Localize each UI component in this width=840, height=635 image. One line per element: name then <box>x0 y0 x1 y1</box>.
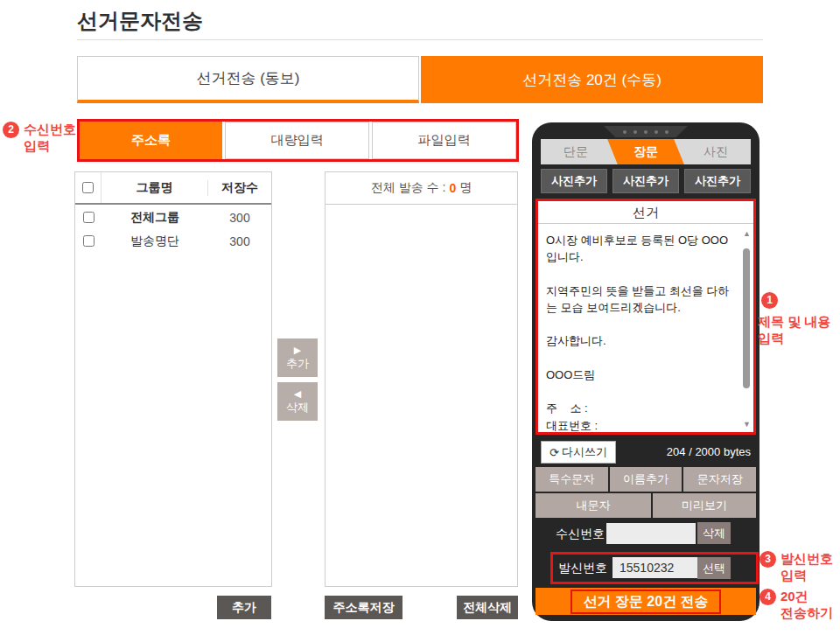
annotation-text: 제목 및 내용 입력 <box>758 314 840 347</box>
message-tools-row-2: 내문자 미리보기 <box>536 493 756 518</box>
annotation-text: 발신번호 입력 <box>780 551 833 584</box>
left-triangle-icon: ◀ <box>294 388 301 401</box>
annotation-step3-sender-number: 3 발신번호 입력 <box>760 551 833 584</box>
saved-count: 300 <box>208 234 271 248</box>
subject-input[interactable]: 선거 <box>538 201 753 224</box>
step-4-badge: 4 <box>760 589 776 605</box>
title-divider <box>77 39 763 40</box>
annotation-step2-receive-number: 2 수신번호 입력 <box>3 122 78 155</box>
refresh-icon: ⟳ <box>550 446 559 459</box>
message-compose-box: 선거 O시장 예비후보로 등록된 O당 OOO입니다. 지역주민의 뜻을 받들고… <box>536 199 756 435</box>
sender-number-label: 발신번호 <box>558 555 607 582</box>
recipient-number-label: 수신번호 <box>556 522 605 545</box>
message-tools-row-1: 특수문자 이름추가 문자저장 <box>536 467 756 492</box>
send-list-panel: 전체 발송 수 : 0 명 <box>325 171 518 587</box>
group-list-panel: 그룹명 저장수 전체그룹 300 발송명단 300 <box>74 171 272 587</box>
tab-manual-send-20[interactable]: 선거전송 20건 (수동) <box>421 56 763 103</box>
sender-number-input[interactable] <box>612 557 698 578</box>
election-sms-page: 선거문자전송 선거전송 (동보) 선거전송 20건 (수동) 2 수신번호 입력… <box>0 0 840 635</box>
tab-file-input[interactable]: 파일입력 <box>372 122 516 159</box>
preview-button[interactable]: 미리보기 <box>653 493 756 518</box>
rewrite-row: ⟳ 다시쓰기 204 / 2000 bytes <box>536 441 756 465</box>
photo-add-button[interactable]: 사진추가 <box>612 169 679 193</box>
annotation-step4-send-20: 4 20건 전송하기 <box>760 589 833 622</box>
col-header-group-name: 그룹명 <box>102 180 208 196</box>
row-checkbox[interactable] <box>83 235 94 247</box>
byte-counter: 204 / 2000 bytes <box>667 445 751 458</box>
annotation-text: 20건 전송하기 <box>780 589 833 622</box>
remove-from-send-list-button[interactable]: ◀ 삭제 <box>277 382 318 421</box>
add-to-send-list-button[interactable]: ▶ 추가 <box>277 338 318 377</box>
transfer-add-label: 추가 <box>286 357 309 371</box>
col-header-saved-count: 저장수 <box>208 180 271 196</box>
right-triangle-icon: ▶ <box>294 345 301 357</box>
annotation-step1-subject-content: 1 제목 및 내용 입력 <box>758 291 840 347</box>
total-send-count: 0 <box>449 181 456 195</box>
row-checkbox[interactable] <box>83 212 94 223</box>
table-row[interactable]: 전체그룹 300 <box>75 206 271 228</box>
step-1-badge: 1 <box>761 292 778 309</box>
phone-preview: 단문 장문 사진 사진추가 사진추가 사진추가 선거 O시장 예비후보로 등록된… <box>532 122 760 621</box>
scroll-down-icon[interactable]: ▼ <box>741 420 752 429</box>
send-button-label: 선거 장문 20건 전송 <box>570 590 720 614</box>
delete-number-button[interactable]: 삭제 <box>697 522 731 544</box>
total-send-label: 전체 발송 수 : <box>371 180 446 196</box>
save-address-book-button[interactable]: 주소록저장 <box>325 596 402 619</box>
photo-add-row: 사진추가 사진추가 사진추가 <box>541 169 751 193</box>
tab-bulk-input[interactable]: 대량입력 <box>225 122 369 159</box>
tab-short-message[interactable]: 단문 <box>541 139 611 164</box>
tab-broadcast-send[interactable]: 선거전송 (동보) <box>77 56 419 103</box>
recipient-number-row: 수신번호 삭제 <box>536 522 756 545</box>
tab-address-book[interactable]: 주소록 <box>80 122 222 159</box>
page-title: 선거문자전송 <box>77 7 203 35</box>
my-messages-button[interactable]: 내문자 <box>536 493 651 518</box>
speaker-notch <box>604 126 688 137</box>
table-row[interactable]: 발송명단 300 <box>75 230 271 252</box>
annotation-text: 수신번호 입력 <box>24 122 76 155</box>
delete-all-button[interactable]: 전체삭제 <box>457 596 518 619</box>
tab-long-message[interactable]: 장문 <box>611 139 681 164</box>
recipient-number-input[interactable] <box>606 523 696 544</box>
rewrite-label: 다시쓰기 <box>562 444 607 460</box>
sender-number-row: 발신번호 선택 <box>550 552 759 584</box>
add-name-button[interactable]: 이름추가 <box>610 467 682 492</box>
scroll-up-icon[interactable]: ▲ <box>741 229 752 238</box>
tab-photo-message[interactable]: 사진 <box>681 139 751 164</box>
recipient-input-tabs: 주소록 대량입력 파일입력 <box>77 119 519 162</box>
message-body-input[interactable]: O시장 예비후보로 등록된 O당 OOO입니다. 지역주민의 뜻을 받들고 최선… <box>538 225 739 432</box>
save-message-button[interactable]: 문자저장 <box>683 467 756 492</box>
photo-add-button[interactable]: 사진추가 <box>684 169 751 193</box>
special-chars-button[interactable]: 특수문자 <box>536 467 608 492</box>
select-sender-button[interactable]: 선택 <box>697 557 731 579</box>
select-all-checkbox[interactable] <box>82 182 94 193</box>
rewrite-button[interactable]: ⟳ 다시쓰기 <box>541 441 616 464</box>
transfer-remove-label: 삭제 <box>286 401 309 415</box>
message-type-tabs: 단문 장문 사진 <box>541 139 751 164</box>
send-button[interactable]: 선거 장문 20건 전송 <box>536 588 756 615</box>
saved-count: 300 <box>208 211 271 225</box>
total-send-unit: 명 <box>459 180 472 196</box>
group-name: 전체그룹 <box>102 210 208 226</box>
group-name: 발송명단 <box>102 234 208 249</box>
group-table-header: 그룹명 저장수 <box>75 172 271 205</box>
photo-add-button[interactable]: 사진추가 <box>541 169 607 193</box>
message-scrollbar[interactable]: ▲ ▼ <box>741 226 752 430</box>
step-2-badge: 2 <box>3 122 19 138</box>
add-number-button[interactable]: 추가 <box>217 596 271 619</box>
step-3-badge: 3 <box>760 551 776 568</box>
scrollbar-thumb[interactable] <box>743 248 750 388</box>
send-list-header: 전체 발송 수 : 0 명 <box>326 172 517 205</box>
